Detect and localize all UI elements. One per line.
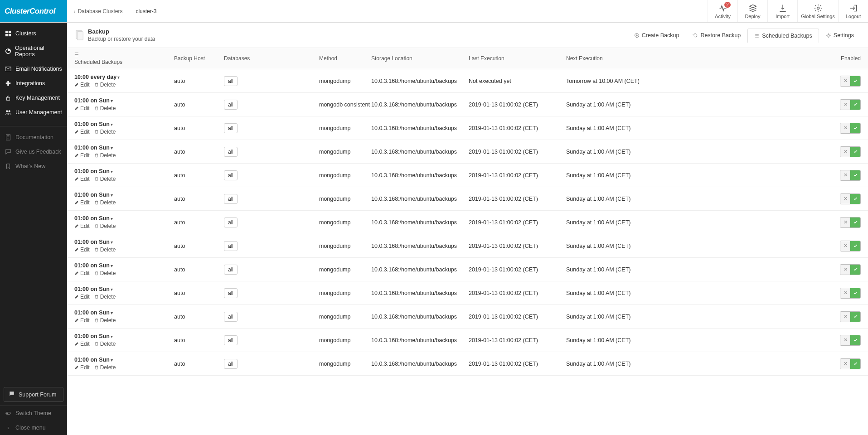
database-chip[interactable]: all — [224, 76, 238, 86]
delete-button[interactable]: Delete — [94, 105, 116, 111]
toggle-on[interactable] — [850, 359, 860, 369]
delete-button[interactable]: Delete — [94, 152, 116, 159]
enabled-toggle[interactable]: ✕ — [840, 99, 861, 110]
schedule-dropdown[interactable]: 01:00 on Sun▾ — [74, 121, 174, 127]
edit-button[interactable]: Edit — [74, 152, 90, 159]
edit-button[interactable]: Edit — [74, 364, 90, 371]
delete-button[interactable]: Delete — [94, 176, 116, 182]
schedule-dropdown[interactable]: 01:00 on Sun▾ — [74, 215, 174, 222]
topbar-deploy[interactable]: Deploy — [737, 0, 767, 22]
toggle-off[interactable]: ✕ — [840, 359, 850, 369]
sidebar-item-operational-reports[interactable]: Operational Reports — [0, 41, 67, 62]
enabled-toggle[interactable]: ✕ — [840, 217, 861, 228]
toggle-on[interactable] — [850, 123, 860, 133]
schedule-dropdown[interactable]: 01:00 on Sun▾ — [74, 357, 174, 363]
edit-button[interactable]: Edit — [74, 270, 90, 276]
database-chip[interactable]: all — [224, 218, 238, 227]
database-chip[interactable]: all — [224, 288, 238, 298]
topbar-global-settings[interactable]: Global Settings — [797, 0, 838, 22]
toggle-off[interactable]: ✕ — [840, 194, 850, 204]
sidebar-item-key-management[interactable]: Key Management — [0, 91, 67, 105]
delete-button[interactable]: Delete — [94, 341, 116, 347]
database-chip[interactable]: all — [224, 265, 238, 275]
schedule-dropdown[interactable]: 01:00 on Sun▾ — [74, 192, 174, 198]
edit-button[interactable]: Edit — [74, 246, 90, 253]
toggle-off[interactable]: ✕ — [840, 76, 850, 86]
topbar-activity[interactable]: 2 Activity — [708, 0, 737, 22]
edit-button[interactable]: Edit — [74, 199, 90, 206]
schedule-dropdown[interactable]: 01:00 on Sun▾ — [74, 168, 174, 174]
delete-button[interactable]: Delete — [94, 82, 116, 88]
sidebar-switch-theme[interactable]: Switch Theme — [0, 406, 67, 420]
toggle-on[interactable] — [850, 76, 860, 86]
tab-scheduled-backups[interactable]: Scheduled Backups — [747, 29, 819, 43]
schedule-dropdown[interactable]: 01:00 on Sun▾ — [74, 333, 174, 339]
sidebar-item-documentation[interactable]: Documentation — [0, 130, 67, 145]
schedule-dropdown[interactable]: 10:00 every day▾ — [74, 74, 174, 80]
breadcrumb-back[interactable]: ‹ Database Clusters — [67, 0, 129, 22]
toggle-off[interactable]: ✕ — [840, 170, 850, 180]
delete-button[interactable]: Delete — [94, 317, 116, 324]
edit-button[interactable]: Edit — [74, 129, 90, 135]
toggle-off[interactable]: ✕ — [840, 100, 850, 110]
toggle-on[interactable] — [850, 100, 860, 110]
schedule-dropdown[interactable]: 01:00 on Sun▾ — [74, 262, 174, 269]
toggle-on[interactable] — [850, 288, 860, 298]
toggle-off[interactable]: ✕ — [840, 335, 850, 345]
toggle-on[interactable] — [850, 170, 860, 180]
edit-button[interactable]: Edit — [74, 223, 90, 229]
topbar-import[interactable]: Import — [767, 0, 797, 22]
delete-button[interactable]: Delete — [94, 199, 116, 206]
database-chip[interactable]: all — [224, 335, 238, 345]
toggle-off[interactable]: ✕ — [840, 218, 850, 227]
tab-create-backup[interactable]: Create Backup — [627, 28, 686, 42]
toggle-off[interactable]: ✕ — [840, 265, 850, 275]
database-chip[interactable]: all — [224, 170, 238, 180]
schedule-dropdown[interactable]: 01:00 on Sun▾ — [74, 97, 174, 104]
edit-button[interactable]: Edit — [74, 82, 90, 88]
edit-button[interactable]: Edit — [74, 341, 90, 347]
delete-button[interactable]: Delete — [94, 129, 116, 135]
sidebar-item-user-management[interactable]: User Management — [0, 105, 67, 120]
toggle-off[interactable]: ✕ — [840, 241, 850, 251]
tab-settings[interactable]: Settings — [819, 28, 861, 42]
enabled-toggle[interactable]: ✕ — [840, 193, 861, 204]
toggle-off[interactable]: ✕ — [840, 123, 850, 133]
toggle-on[interactable] — [850, 218, 860, 227]
edit-button[interactable]: Edit — [74, 105, 90, 111]
enabled-toggle[interactable]: ✕ — [840, 288, 861, 299]
toggle-off[interactable]: ✕ — [840, 312, 850, 322]
enabled-toggle[interactable]: ✕ — [840, 170, 861, 181]
enabled-toggle[interactable]: ✕ — [840, 123, 861, 134]
sidebar-close-menu[interactable]: ‹ Close menu — [0, 420, 67, 435]
sidebar-item-clusters[interactable]: Clusters — [0, 26, 67, 41]
edit-button[interactable]: Edit — [74, 317, 90, 324]
enabled-toggle[interactable]: ✕ — [840, 358, 861, 369]
enabled-toggle[interactable]: ✕ — [840, 146, 861, 157]
database-chip[interactable]: all — [224, 194, 238, 204]
toggle-off[interactable]: ✕ — [840, 147, 850, 157]
database-chip[interactable]: all — [224, 100, 238, 110]
database-chip[interactable]: all — [224, 147, 238, 157]
edit-button[interactable]: Edit — [74, 176, 90, 182]
database-chip[interactable]: all — [224, 359, 238, 369]
schedule-dropdown[interactable]: 01:00 on Sun▾ — [74, 145, 174, 151]
sidebar-support-forum[interactable]: Support Forum — [4, 387, 63, 402]
toggle-on[interactable] — [850, 312, 860, 322]
tab-restore-backup[interactable]: Restore Backup — [686, 28, 747, 42]
database-chip[interactable]: all — [224, 123, 238, 133]
schedule-dropdown[interactable]: 01:00 on Sun▾ — [74, 309, 174, 316]
toggle-on[interactable] — [850, 335, 860, 345]
delete-button[interactable]: Delete — [94, 364, 116, 371]
delete-button[interactable]: Delete — [94, 270, 116, 276]
delete-button[interactable]: Delete — [94, 294, 116, 300]
enabled-toggle[interactable]: ✕ — [840, 335, 861, 346]
brand-logo[interactable]: ClusterControl — [0, 0, 67, 22]
delete-button[interactable]: Delete — [94, 223, 116, 229]
sidebar-item-integrations[interactable]: Integrations — [0, 76, 67, 91]
breadcrumb-current[interactable]: cluster-3 — [129, 0, 163, 22]
toggle-on[interactable] — [850, 194, 860, 204]
topbar-logout[interactable]: Logout — [838, 0, 868, 22]
schedule-dropdown[interactable]: 01:00 on Sun▾ — [74, 239, 174, 245]
sidebar-item-email-notifications[interactable]: Email Notifications — [0, 62, 67, 76]
